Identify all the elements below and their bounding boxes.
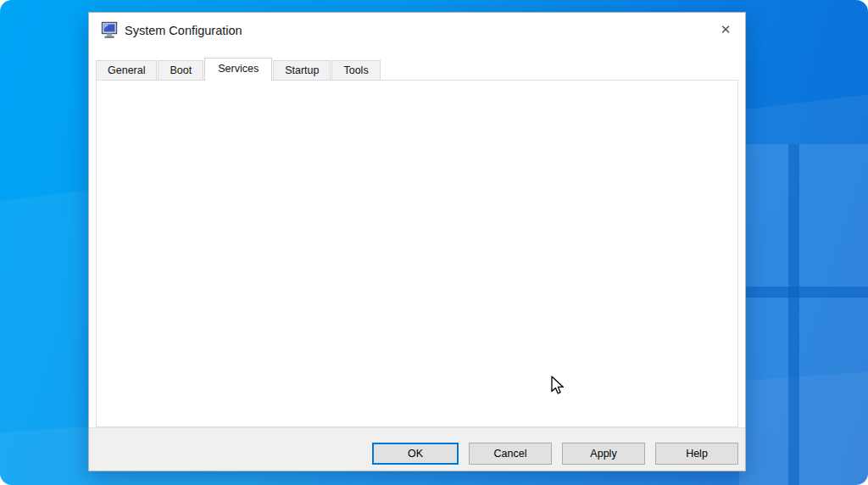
tab-boot[interactable]: Boot (158, 60, 203, 80)
cancel-button[interactable]: Cancel (469, 443, 552, 465)
tab-tools[interactable]: Tools (331, 60, 380, 80)
close-icon[interactable]: ✕ (715, 20, 737, 40)
title-bar[interactable]: System Configuration ✕ (89, 13, 745, 48)
desktop-wallpaper: System Configuration ✕ General Boot Serv… (0, 0, 868, 485)
msconfig-monitor-icon (100, 21, 120, 42)
services-tab-page (96, 80, 738, 427)
help-button[interactable]: Help (655, 443, 738, 465)
tab-general[interactable]: General (96, 60, 157, 80)
windows-logo-wallpaper (739, 144, 868, 485)
dialog-footer: OK Cancel Apply Help (89, 427, 745, 471)
ok-button[interactable]: OK (372, 443, 459, 465)
system-configuration-window: System Configuration ✕ General Boot Serv… (88, 12, 746, 471)
tab-startup[interactable]: Startup (273, 60, 331, 80)
window-title: System Configuration (125, 24, 242, 37)
tab-strip: General Boot Services Startup Tools (96, 57, 381, 80)
apply-button[interactable]: Apply (562, 443, 645, 465)
tab-services[interactable]: Services (204, 58, 272, 81)
